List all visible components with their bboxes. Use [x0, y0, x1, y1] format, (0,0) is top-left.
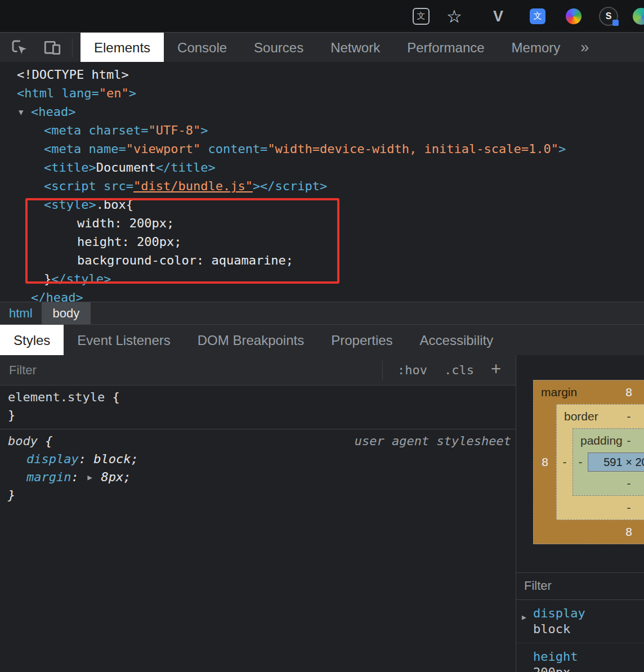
- s-extension-icon[interactable]: S: [599, 7, 618, 26]
- blue-badge: [612, 20, 619, 26]
- tab-memory[interactable]: Memory: [498, 33, 574, 62]
- rule-selector[interactable]: body: [8, 434, 38, 448]
- breadcrumb-html[interactable]: html: [0, 302, 42, 325]
- browser-toolbar: 文 ☆ V 文 S: [0, 0, 644, 32]
- resource-link[interactable]: "dist/bundle.js": [133, 179, 253, 193]
- dom-tree-line[interactable]: <meta name="viewport" content="width=dev…: [0, 140, 644, 158]
- clipped-extension-icon[interactable]: [633, 8, 644, 25]
- expand-arrow-icon[interactable]: ▼: [19, 103, 31, 122]
- tab-accessibility[interactable]: Accessibility: [406, 325, 507, 356]
- css-declaration[interactable]: margin: ▸ 8px;: [0, 468, 516, 486]
- translate-color-extension-icon[interactable]: 文: [530, 8, 545, 24]
- dom-tree-line[interactable]: <meta charset="UTF-8">: [0, 121, 644, 140]
- stylesheet-origin: user agent stylesheet: [355, 432, 511, 450]
- v-extension-icon[interactable]: V: [493, 7, 503, 25]
- padding-left-value[interactable]: -: [573, 453, 588, 472]
- padding-top-value[interactable]: -: [627, 434, 631, 447]
- expand-arrow-icon[interactable]: ▶: [522, 610, 526, 625]
- bookmark-star-icon[interactable]: ☆: [446, 6, 462, 26]
- translate-gray-extension-icon[interactable]: 文: [413, 8, 430, 25]
- box-model-padding[interactable]: padding - - 591 × 200 - -: [573, 428, 644, 496]
- code-segment: <html lang=: [17, 86, 99, 100]
- padding-label: padding: [580, 434, 623, 447]
- code-segment: .box{: [96, 198, 133, 212]
- tab-network[interactable]: Network: [317, 33, 393, 62]
- hov-toggle[interactable]: :hov: [397, 363, 427, 377]
- box-model-content-size[interactable]: 591 × 200: [588, 453, 644, 472]
- rule-close-brace: }: [0, 406, 516, 424]
- dom-tree-line[interactable]: background-color: aquamarine;: [0, 251, 644, 270]
- dom-tree-line[interactable]: height: 200px;: [0, 232, 644, 251]
- tab-event-listeners[interactable]: Event Listeners: [64, 325, 184, 356]
- colorful-extension-icon[interactable]: [566, 8, 582, 24]
- code-segment: <script src=: [44, 179, 133, 193]
- dom-tree-line[interactable]: width: 200px;: [0, 214, 644, 232]
- dom-tree-line[interactable]: <html lang="en">: [0, 84, 644, 102]
- styles-section: Filter :hov .cls + element.style {}body …: [0, 355, 644, 672]
- code-segment: width: 200px;: [77, 216, 174, 230]
- semicolon: ;: [123, 470, 131, 484]
- tab-dom-breakpoints[interactable]: DOM Breakpoints: [184, 325, 317, 356]
- dom-tree-line[interactable]: <!DOCTYPE html>: [0, 65, 644, 84]
- css-declaration[interactable]: display: block;: [0, 450, 516, 468]
- more-tabs-button[interactable]: »: [580, 33, 589, 62]
- computed-name-text: display: [533, 606, 585, 620]
- computed-property-row[interactable]: ▶displayblock: [516, 600, 644, 643]
- margin-left-value[interactable]: 8: [534, 404, 556, 520]
- computed-property-value: block: [516, 621, 644, 637]
- dom-tree-line[interactable]: <script src="dist/bundle.js"></script>: [0, 177, 644, 195]
- css-property-name[interactable]: margin: [26, 470, 71, 484]
- code-segment: "viewport": [126, 142, 200, 156]
- css-property-name[interactable]: display: [26, 452, 79, 466]
- dom-tree-line[interactable]: <title>Document</title>: [0, 158, 644, 177]
- dom-tree-line[interactable]: </head>: [0, 288, 644, 302]
- s-glyph: S: [606, 11, 612, 21]
- expand-shorthand-icon[interactable]: ▸: [86, 470, 101, 484]
- border-top-value[interactable]: -: [627, 410, 631, 423]
- tab-properties[interactable]: Properties: [317, 325, 406, 356]
- tab-performance[interactable]: Performance: [393, 33, 498, 62]
- new-style-rule-button[interactable]: +: [491, 360, 501, 378]
- margin-bottom-value[interactable]: 8: [625, 525, 632, 539]
- code-segment: height: 200px;: [77, 235, 181, 249]
- box-model: margin 8 8 border - -: [516, 355, 644, 573]
- style-rule: element.style {}: [0, 386, 516, 429]
- code-segment: <head>: [31, 105, 75, 119]
- css-property-value[interactable]: 8px: [101, 470, 123, 484]
- rule-selector[interactable]: element.style: [8, 390, 105, 404]
- padding-bottom-value[interactable]: -: [627, 477, 631, 490]
- box-model-border[interactable]: border - - padding - -: [556, 404, 644, 520]
- inspect-element-icon[interactable]: [10, 33, 29, 62]
- styles-filter-row: Filter :hov .cls +: [0, 355, 516, 386]
- tab-styles[interactable]: Styles: [0, 325, 64, 356]
- computed-sidebar: margin 8 8 border - -: [516, 355, 644, 672]
- code-segment: <!DOCTYPE html>: [17, 68, 129, 82]
- code-segment: <title>: [44, 160, 96, 174]
- tab-elements[interactable]: Elements: [80, 33, 164, 62]
- tab-console[interactable]: Console: [164, 33, 240, 62]
- rule-close-brace: }: [0, 486, 516, 504]
- computed-property-row[interactable]: height200px: [516, 643, 644, 672]
- semicolon: ;: [131, 452, 138, 466]
- margin-top-value[interactable]: 8: [625, 386, 632, 399]
- colon: :: [79, 452, 94, 466]
- css-property-value[interactable]: block: [93, 452, 131, 466]
- cls-toggle[interactable]: .cls: [444, 363, 474, 377]
- tab-sources[interactable]: Sources: [240, 33, 317, 62]
- dom-tree-line[interactable]: <style>.box{: [0, 195, 644, 214]
- device-toolbar-icon[interactable]: [43, 33, 62, 62]
- border-left-value[interactable]: -: [557, 428, 573, 496]
- computed-filter-input[interactable]: Filter: [516, 573, 644, 600]
- computed-properties-list: ▶displayblockheight200px: [516, 600, 644, 672]
- code-segment: }: [44, 272, 51, 286]
- dom-tree-line[interactable]: ▼<head>: [0, 102, 644, 121]
- code-segment: Document: [96, 160, 156, 174]
- border-bottom-value[interactable]: -: [627, 501, 631, 514]
- box-model-margin[interactable]: margin 8 8 border - -: [533, 380, 644, 544]
- styles-pane: Filter :hov .cls + element.style {}body …: [0, 355, 516, 672]
- code-segment: "width=device-width, initial-scale=1.0": [267, 142, 558, 156]
- code-segment: >: [129, 86, 136, 100]
- styles-filter-input[interactable]: Filter: [0, 363, 382, 378]
- dom-tree-line[interactable]: }</style>: [0, 270, 644, 288]
- breadcrumb-body[interactable]: body: [42, 302, 91, 325]
